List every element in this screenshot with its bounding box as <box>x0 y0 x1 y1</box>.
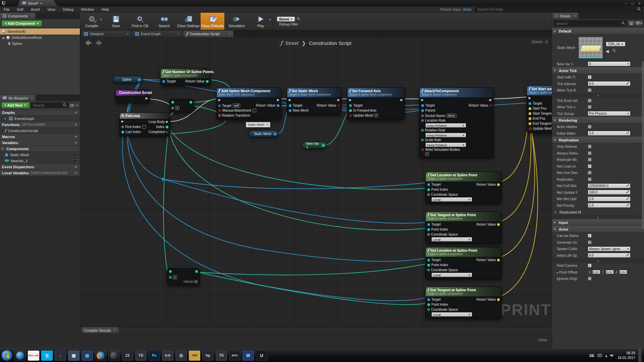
exec-pin[interactable]: ▶ <box>277 99 279 102</box>
my-blueprint-functions[interactable]: Functions(18 Overridable)＋ <box>0 122 80 128</box>
obj-pin[interactable] <box>277 104 279 107</box>
tray-expand-icon[interactable]: ▴ <box>605 353 607 358</box>
node-attach-to-component[interactable]: ƒAttachToComponentTarget is Scene Compon… <box>419 87 494 158</box>
number-field[interactable]: 0.0 <box>588 81 631 86</box>
int-pin[interactable] <box>421 139 424 141</box>
tab-close-icon[interactable]: × <box>177 32 179 36</box>
add-icon[interactable]: ＋ <box>74 122 78 127</box>
visibility-toggle-icon[interactable] <box>72 153 78 156</box>
node-new-var-1-var[interactable]: New Var 1 <box>302 142 327 149</box>
vec-pin[interactable] <box>529 107 531 110</box>
advanced-separator[interactable]: ▲ <box>552 259 644 262</box>
expander-icon[interactable]: ▾ <box>554 228 557 231</box>
help-search[interactable] <box>475 7 643 12</box>
int-pin[interactable] <box>421 119 424 122</box>
output-pin[interactable] <box>274 133 276 135</box>
checkbox[interactable] <box>588 177 592 181</box>
int-pin[interactable] <box>169 276 171 279</box>
add-icon[interactable]: ＋ <box>74 110 78 115</box>
number-field[interactable]: 2.0 <box>588 196 631 201</box>
pin-input-field[interactable]: self <box>233 104 240 108</box>
maximize-button[interactable]: □ <box>632 1 634 5</box>
asset-tab-close-icon[interactable]: × <box>40 1 42 5</box>
taskbar-icon-photoshop[interactable]: Ps <box>149 351 160 361</box>
exec-pin[interactable]: ▶ <box>337 99 340 102</box>
pin-dropdown[interactable]: Local▼ <box>431 273 472 277</box>
compiler-results-close-icon[interactable]: × <box>114 328 116 332</box>
int-pin[interactable] <box>121 126 124 128</box>
my-blueprint-graphs[interactable]: Graphs＋ <box>0 110 80 116</box>
xform-pin[interactable] <box>218 114 221 117</box>
parent-class-link[interactable]: Actor <box>463 7 472 11</box>
tab-close-icon[interactable]: × <box>228 32 230 36</box>
property-matrix-icon[interactable]: ▤ <box>628 20 635 26</box>
menu-file[interactable]: File <box>0 7 13 11</box>
taskbar-icon-browser-orb[interactable] <box>14 351 26 361</box>
node-get-location-at-spline-point-1[interactable]: ƒGet Location at Spline PointTarget is S… <box>425 172 502 204</box>
exec-pin[interactable]: ▶ <box>421 99 424 102</box>
output-pin[interactable] <box>322 144 325 147</box>
clock[interactable]: 05:25 16.01.2017 <box>618 351 635 360</box>
dropdown[interactable]: Always Spawn, Ignor▼ <box>588 246 631 251</box>
number-field[interactable]: 1.0 <box>588 203 631 208</box>
vec-pin[interactable] <box>529 112 531 115</box>
component-item-defaultsceneroot[interactable]: ◢DefaultSceneRoot <box>0 35 80 41</box>
menu-edit[interactable]: Edit <box>13 7 27 11</box>
taskbar-icon-settings-gear[interactable]: ⚙ <box>175 351 187 361</box>
use-selected-icon[interactable]: ◀ <box>606 49 609 54</box>
pin-dropdown[interactable]: Local▼ <box>431 237 472 242</box>
obj-pin[interactable] <box>289 109 291 112</box>
add-component-button[interactable]: + Add Component▼ <box>2 20 42 26</box>
browse-icon[interactable] <box>612 49 616 54</box>
details-scrollbar[interactable] <box>642 61 644 229</box>
simulation-button[interactable]: ⚙Simulation <box>225 13 249 30</box>
node-int-minus-int[interactable]: 2 <box>169 99 194 112</box>
checkbox[interactable] <box>588 105 592 109</box>
close-button[interactable]: × <box>639 1 641 5</box>
obj-pin[interactable] <box>162 80 165 83</box>
exec-pin[interactable]: ▶ <box>529 97 531 100</box>
obj-pin[interactable] <box>349 104 352 107</box>
details-search-input[interactable] <box>555 21 620 26</box>
my-blueprint-static-mesh[interactable]: Static Mesh <box>0 152 80 158</box>
advanced-separator[interactable]: ▲ <box>552 216 644 219</box>
taskbar-icon-firefox[interactable] <box>95 351 106 361</box>
int-pin[interactable] <box>190 101 192 104</box>
int-pin[interactable] <box>121 131 124 133</box>
visibility-toggle-icon[interactable] <box>72 159 78 162</box>
taskbar-icon-word[interactable]: W <box>243 351 254 361</box>
int-pin[interactable] <box>169 270 172 273</box>
pin-input-field[interactable] <box>142 125 146 129</box>
expander-icon[interactable]: ▸ <box>2 147 5 150</box>
static-mesh-thumbnail[interactable] <box>578 37 603 59</box>
checkbox[interactable] <box>588 99 592 103</box>
expander-icon[interactable]: ▸ <box>555 210 557 214</box>
taskbar-icon-teamspeak-2[interactable]: TS <box>216 351 227 361</box>
taskbar-icon-epic-games[interactable]: EPIC <box>229 351 240 361</box>
breadcrumb-root[interactable]: Street <box>285 40 299 46</box>
details-tab-close-icon[interactable]: × <box>574 14 576 18</box>
exec-pin[interactable]: ▶ <box>349 99 352 102</box>
obj-pin[interactable] <box>427 183 430 186</box>
play-button[interactable]: Play▼ <box>249 13 273 30</box>
int-pin[interactable] <box>166 126 168 128</box>
node-get-tangent-at-spline-point-2[interactable]: ƒGet Tangent at Spline PointTarget is Sp… <box>425 287 502 319</box>
vec-pin[interactable] <box>497 223 500 226</box>
exec-pin[interactable]: ▶ <box>400 99 403 102</box>
asset-tab-street[interactable]: Street* × <box>17 0 58 6</box>
output-pin[interactable] <box>138 78 141 81</box>
pin-checkbox[interactable] <box>253 109 256 112</box>
display-filter-eye-icon[interactable]: ▼ <box>636 20 642 26</box>
number-field[interactable]: 0.0 <box>588 253 631 258</box>
doc-tab-construction-script[interactable]: ƒConstruction Script× <box>183 31 233 37</box>
int-pin[interactable] <box>427 228 430 231</box>
taskbar-icon-rocrail[interactable]: Roc rail <box>28 351 39 361</box>
int-pin[interactable] <box>171 101 174 104</box>
taskbar-icon-hp[interactable]: hp <box>202 351 214 361</box>
z-field[interactable]: Z0.0 <box>614 270 627 274</box>
chevron-down-icon[interactable]: ▼ <box>100 18 102 21</box>
menu-window[interactable]: Window <box>77 7 98 11</box>
findcb-button[interactable]: Find in CB <box>128 13 152 30</box>
number-field[interactable]: 1.0 <box>588 131 631 136</box>
my-blueprint-local-variables[interactable]: Local Variables(UserConstructionScript)＋ <box>0 170 80 176</box>
